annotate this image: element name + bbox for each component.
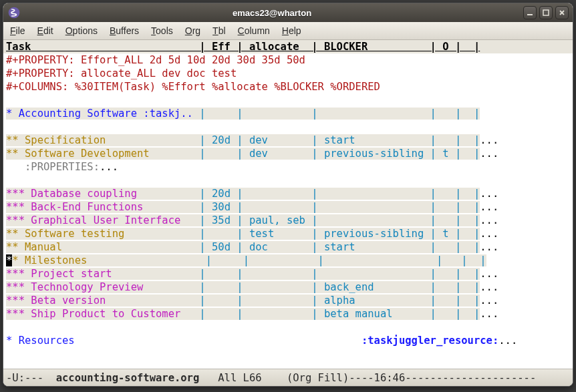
close-button[interactable] — [555, 6, 569, 19]
svg-rect-2 — [543, 10, 549, 15]
maximize-button[interactable] — [539, 6, 553, 19]
menu-org[interactable]: Org — [185, 25, 200, 36]
app-window: emacs23@wharton File Edit Options Buffer… — [3, 3, 573, 387]
row-database-coupling: *** Database coupling | 20d | | | | |... — [3, 187, 573, 200]
row-beta-version: *** Beta version | | | alpha | | |... — [3, 294, 573, 307]
text-buffer[interactable]: Task | Eff | allocate | BLOCKER | O | | … — [3, 40, 573, 369]
window-title: emacs23@wharton — [21, 8, 523, 18]
menu-tools[interactable]: Tools — [151, 25, 173, 36]
menu-help[interactable]: Help — [282, 25, 301, 36]
menu-column[interactable]: Column — [238, 25, 270, 36]
row-accounting-software: * Accounting Software :taskj.. | | | | |… — [3, 107, 573, 120]
blank-line — [3, 321, 573, 334]
cursor: * — [6, 254, 12, 266]
config-line-columns: #+COLUMNS: %30ITEM(Task) %Effort %alloca… — [3, 80, 573, 93]
row-resources: * Resources :taskjuggler_resource:... — [3, 334, 573, 347]
row-manual: ** Manual | 50d | doc | start | | |... — [3, 240, 573, 254]
blank-line — [3, 174, 573, 187]
row-milestones: ** Milestones | | | | | | — [3, 254, 573, 267]
config-line-allocate: #+PROPERTY: allocate_ALL dev doc test — [3, 67, 573, 80]
menu-options[interactable]: Options — [65, 25, 98, 36]
row-software-testing: ** Software testing | | test | previous-… — [3, 227, 573, 240]
menu-tbl[interactable]: Tbl — [212, 25, 225, 36]
menu-buffers[interactable]: Buffers — [110, 25, 139, 36]
row-software-dev: ** Software Development | | dev | previo… — [3, 147, 573, 160]
titlebar: emacs23@wharton — [3, 3, 573, 22]
row-project-start: *** Project start | | | | | |... — [3, 267, 573, 280]
blank-line — [3, 93, 573, 107]
menu-file[interactable]: File — [10, 25, 25, 36]
row-properties-drawer: :PROPERTIES:... — [3, 160, 573, 174]
row-gui: *** Graphical User Interface | 35d | pau… — [3, 214, 573, 227]
modeline: -U:--- accounting-software.org All L66 (… — [3, 369, 573, 386]
menu-edit[interactable]: Edit — [37, 25, 53, 36]
row-tech-preview: *** Technology Preview | | | back_end | … — [3, 280, 573, 294]
row-backend-functions: *** Back-End Functions | 30d | | | | |..… — [3, 200, 573, 214]
column-header: Task | Eff | allocate | BLOCKER | O | | — [3, 40, 573, 53]
emacs-logo-icon — [7, 6, 21, 19]
svg-rect-1 — [527, 14, 533, 15]
row-specification: ** Specification | 20d | dev | start | |… — [3, 134, 573, 147]
svg-point-0 — [9, 7, 20, 19]
menubar: File Edit Options Buffers Tools Org Tbl … — [3, 22, 573, 40]
minimize-button[interactable] — [523, 6, 537, 19]
config-line-effort: #+PROPERTY: Effort_ALL 2d 5d 10d 20d 30d… — [3, 53, 573, 67]
blank-line — [3, 120, 573, 134]
row-ship-product: *** Ship Product to Customer | | | beta … — [3, 307, 573, 321]
buffer-name: accounting-software.org — [56, 372, 200, 384]
